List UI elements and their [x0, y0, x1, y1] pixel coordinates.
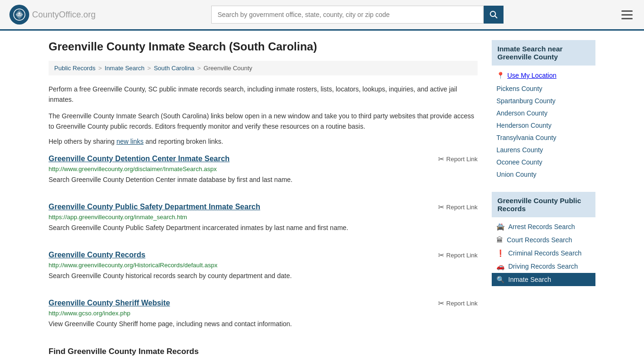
- result-url-3[interactable]: http://www.greenvillecounty.org/Historic…: [49, 262, 478, 269]
- search-area: [211, 6, 504, 24]
- report-link-1[interactable]: ✂ Report Link: [438, 155, 478, 164]
- nearby-section: Inmate Search near Greenville County 📍 U…: [492, 40, 595, 181]
- breadcrumb-sep-2: >: [148, 65, 151, 72]
- result-item-1: Greenville County Detention Center Inmat…: [49, 155, 478, 189]
- report-link-2[interactable]: ✂ Report Link: [438, 203, 478, 212]
- report-link-3[interactable]: ✂ Report Link: [438, 251, 478, 260]
- result-url-4[interactable]: http://www.gcso.org/index.php: [49, 310, 478, 317]
- public-records-list: 🚔 Arrest Records Search 🏛 Court Records …: [492, 220, 595, 286]
- help-text: Help others by sharing new links and rep…: [49, 138, 478, 145]
- driving-records-link[interactable]: Driving Records Search: [508, 263, 578, 270]
- court-records-link[interactable]: Court Records Search: [507, 236, 572, 244]
- content-area: Greenville County Inmate Search (South C…: [49, 40, 478, 356]
- main-container: Greenville County Inmate Search (South C…: [39, 31, 605, 362]
- logo-icon: [9, 5, 29, 25]
- search-input[interactable]: [211, 6, 484, 24]
- breadcrumb-south-carolina[interactable]: South Carolina: [154, 65, 194, 72]
- laurens-county-link[interactable]: Laurens County: [496, 146, 543, 154]
- menu-line-3: [621, 18, 633, 19]
- menu-line-2: [621, 14, 633, 16]
- result-item-3: Greenville County Records ✂ Report Link …: [49, 251, 478, 286]
- henderson-county-link[interactable]: Henderson County: [496, 122, 552, 129]
- sidebar-item-transylvania[interactable]: Transylvania County: [492, 132, 595, 144]
- report-icon-1: ✂: [438, 155, 444, 164]
- arrest-records-item[interactable]: 🚔 Arrest Records Search: [492, 220, 595, 233]
- breadcrumb-public-records[interactable]: Public Records: [54, 65, 95, 72]
- result-desc-2: Search Greenville County Public Safety D…: [49, 223, 478, 233]
- report-link-4[interactable]: ✂ Report Link: [438, 299, 478, 308]
- new-links-link[interactable]: new links: [116, 138, 144, 145]
- svg-point-1: [18, 12, 20, 14]
- inmate-search-link[interactable]: Inmate Search: [508, 276, 551, 283]
- use-my-location-link[interactable]: Use My Location: [507, 72, 556, 79]
- oconee-county-link[interactable]: Oconee County: [496, 158, 542, 166]
- court-icon: 🏛: [496, 236, 503, 244]
- driving-icon: 🚗: [496, 263, 504, 270]
- result-desc-4: View Greenville County Sheriff home page…: [49, 319, 478, 329]
- pickens-county-link[interactable]: Pickens County: [496, 85, 542, 92]
- sidebar-item-union[interactable]: Union County: [492, 168, 595, 181]
- report-icon-3: ✂: [438, 251, 444, 260]
- inmate-search-item[interactable]: 🔍 Inmate Search: [492, 273, 595, 286]
- description-para1: Perform a free Greenville County, SC pub…: [49, 84, 478, 105]
- sidebar-item-spartanburg[interactable]: Spartanburg County: [492, 95, 595, 107]
- arrest-records-link[interactable]: Arrest Records Search: [508, 223, 575, 230]
- logo-text: CountyOffice.org: [32, 10, 96, 20]
- site-header: CountyOffice.org: [0, 0, 644, 31]
- result-title-3[interactable]: Greenville County Records: [49, 251, 145, 259]
- public-records-section: Greenville County Public Records 🚔 Arres…: [492, 192, 595, 286]
- breadcrumb-current: Greenville County: [204, 65, 252, 72]
- report-icon-4: ✂: [438, 299, 444, 308]
- logo[interactable]: CountyOffice.org: [9, 5, 96, 25]
- hamburger-menu-button[interactable]: [619, 8, 635, 21]
- result-title-4[interactable]: Greenville County Sheriff Website: [49, 299, 170, 307]
- report-icon-2: ✂: [438, 203, 444, 212]
- result-desc-3: Search Greenville County historical reco…: [49, 271, 478, 281]
- criminal-records-item[interactable]: ❗ Criminal Records Search: [492, 247, 595, 260]
- find-records-heading: Find Greenville County Inmate Records: [49, 347, 478, 356]
- menu-line-1: [621, 10, 633, 12]
- nearby-county-list: Pickens County Spartanburg County Anders…: [492, 82, 595, 181]
- result-url-1[interactable]: http://www.greenvillecounty.org/disclaim…: [49, 165, 478, 173]
- result-title-1[interactable]: Greenville County Detention Center Inmat…: [49, 155, 230, 163]
- breadcrumb-sep-3: >: [197, 65, 201, 72]
- result-title-2[interactable]: Greenville County Public Safety Departme…: [49, 203, 260, 211]
- breadcrumb-sep-1: >: [98, 65, 102, 72]
- page-title: Greenville County Inmate Search (South C…: [49, 40, 478, 53]
- criminal-records-link[interactable]: Criminal Records Search: [508, 249, 582, 257]
- public-records-header: Greenville County Public Records: [492, 192, 595, 217]
- criminal-icon: ❗: [496, 249, 504, 257]
- breadcrumb: Public Records > Inmate Search > South C…: [49, 61, 478, 75]
- transylvania-county-link[interactable]: Transylvania County: [496, 134, 556, 141]
- union-county-link[interactable]: Union County: [496, 171, 537, 178]
- sidebar-item-anderson[interactable]: Anderson County: [492, 107, 595, 119]
- search-icon: [489, 10, 498, 19]
- sidebar-item-pickens[interactable]: Pickens County: [492, 82, 595, 95]
- inmate-icon: 🔍: [496, 276, 504, 283]
- sidebar-item-henderson[interactable]: Henderson County: [492, 119, 595, 132]
- spartanburg-county-link[interactable]: Spartanburg County: [496, 97, 555, 105]
- use-my-location[interactable]: 📍 Use My Location: [492, 68, 595, 82]
- result-item-4: Greenville County Sheriff Website ✂ Repo…: [49, 299, 478, 334]
- sidebar-item-oconee[interactable]: Oconee County: [492, 156, 595, 168]
- sidebar-item-laurens[interactable]: Laurens County: [492, 144, 595, 156]
- driving-records-item[interactable]: 🚗 Driving Records Search: [492, 260, 595, 273]
- result-desc-1: Search Greenville County Detention Cente…: [49, 175, 478, 185]
- anderson-county-link[interactable]: Anderson County: [496, 109, 547, 117]
- arrest-icon: 🚔: [496, 223, 504, 230]
- court-records-item[interactable]: 🏛 Court Records Search: [492, 233, 595, 247]
- description-para2: The Greenville County Inmate Search (Sou…: [49, 111, 478, 132]
- result-item-2: Greenville County Public Safety Departme…: [49, 203, 478, 238]
- breadcrumb-inmate-search[interactable]: Inmate Search: [105, 65, 145, 72]
- result-url-2[interactable]: https://app.greenvillecounty.org/inmate_…: [49, 214, 478, 221]
- nearby-header: Inmate Search near Greenville County: [492, 40, 595, 66]
- sidebar: Inmate Search near Greenville County 📍 U…: [492, 40, 595, 356]
- location-pin-icon: 📍: [496, 72, 504, 79]
- search-button[interactable]: [484, 6, 504, 24]
